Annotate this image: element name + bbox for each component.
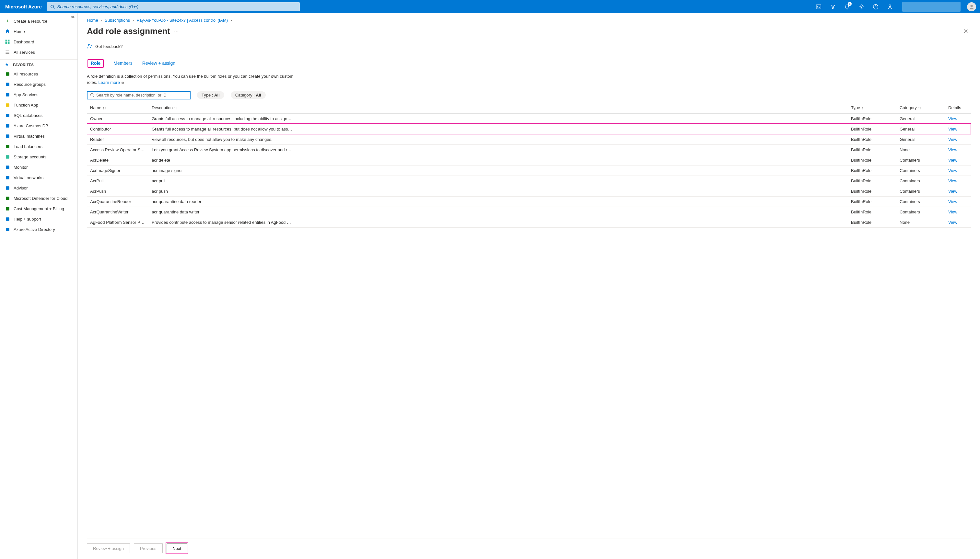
- sidebar-item[interactable]: Virtual networks: [0, 172, 78, 183]
- feedback-icon[interactable]: [884, 0, 896, 13]
- external-icon: ⧉: [121, 81, 124, 84]
- more-actions-button[interactable]: ⋯: [174, 28, 179, 34]
- sidebar-item[interactable]: Function App: [0, 100, 78, 110]
- cell-name: AcrImageSigner: [87, 165, 148, 175]
- nav-icon: [5, 49, 10, 55]
- settings-icon[interactable]: [856, 0, 867, 13]
- cell-name: AgFood Platform Sensor Pa…: [87, 217, 148, 227]
- breadcrumb-item[interactable]: Pay-As-You-Go - Site24x7 | Access contro…: [136, 18, 228, 23]
- table-row[interactable]: ReaderView all resources, but does not a…: [87, 134, 971, 144]
- table-row[interactable]: AcrDeleteacr deleteBuiltInRoleContainers…: [87, 155, 971, 165]
- notifications-icon[interactable]: 1: [841, 0, 853, 13]
- svg-rect-8: [8, 40, 10, 42]
- svg-rect-10: [8, 42, 10, 44]
- view-link[interactable]: View: [948, 179, 957, 183]
- svg-rect-25: [6, 186, 9, 190]
- roles-table-wrap: Name↑↓ Description↑↓ Type↑↓ Category↑↓ D…: [87, 103, 971, 537]
- tab-members[interactable]: Members: [113, 59, 133, 69]
- close-blade-button[interactable]: [960, 26, 971, 36]
- tab-review-assign[interactable]: Review + assign: [142, 59, 176, 69]
- sidebar-item[interactable]: Azure Cosmos DB: [0, 121, 78, 131]
- view-link[interactable]: View: [948, 158, 957, 162]
- sidebar-item[interactable]: Help + support: [0, 214, 78, 224]
- avatar[interactable]: [967, 2, 976, 12]
- cloudshell-icon[interactable]: [813, 0, 824, 13]
- next-button[interactable]: Next: [167, 544, 187, 553]
- breadcrumb-item[interactable]: Home: [87, 18, 98, 23]
- sidebar-item[interactable]: All resources: [0, 69, 78, 79]
- sidebar-item[interactable]: Home: [0, 26, 78, 36]
- cell-type: BuiltInRole: [848, 196, 896, 207]
- cell-description: acr pull: [148, 175, 848, 186]
- table-row[interactable]: ContributorGrants full access to manage …: [87, 124, 971, 134]
- nav-icon: [5, 112, 10, 118]
- svg-rect-19: [6, 124, 9, 127]
- col-description[interactable]: Description↑↓: [148, 103, 848, 114]
- nav-icon: [5, 144, 10, 149]
- feedback-link[interactable]: Got feedback?: [87, 41, 971, 54]
- table-row[interactable]: AcrQuarantineWriteracr quarantine data w…: [87, 207, 971, 217]
- view-link[interactable]: View: [948, 168, 957, 173]
- sidebar-item[interactable]: Virtual machines: [0, 131, 78, 141]
- nav-label: All services: [13, 50, 35, 55]
- type-filter[interactable]: Type : All: [197, 91, 224, 99]
- sidebar-item[interactable]: Load balancers: [0, 141, 78, 152]
- account-area[interactable]: [902, 2, 960, 12]
- table-row[interactable]: AcrImageSigneracr image signerBuiltInRol…: [87, 165, 971, 175]
- sidebar-item[interactable]: Resource groups: [0, 79, 78, 89]
- view-link[interactable]: View: [948, 127, 957, 131]
- svg-rect-7: [5, 40, 7, 42]
- review-assign-button[interactable]: Review + assign: [87, 544, 130, 553]
- view-link[interactable]: View: [948, 189, 957, 194]
- role-search-input[interactable]: [96, 93, 187, 98]
- tab-role[interactable]: Role: [87, 59, 104, 69]
- view-link[interactable]: View: [948, 137, 957, 142]
- table-row[interactable]: Access Review Operator Ser…Lets you gran…: [87, 144, 971, 155]
- col-category[interactable]: Category↑↓: [896, 103, 945, 114]
- sidebar-item[interactable]: Advisor: [0, 183, 78, 193]
- nav-icon: [5, 154, 10, 160]
- sidebar-item[interactable]: Azure Active Directory: [0, 224, 78, 235]
- sidebar-item[interactable]: Microsoft Defender for Cloud: [0, 193, 78, 203]
- view-link[interactable]: View: [948, 199, 957, 204]
- view-link[interactable]: View: [948, 147, 957, 152]
- global-search-input[interactable]: [57, 4, 297, 9]
- svg-rect-29: [6, 228, 9, 231]
- table-row[interactable]: AgFood Platform Sensor Pa…Provides contr…: [87, 217, 971, 227]
- sidebar-item[interactable]: Dashboard: [0, 36, 78, 47]
- filter-icon[interactable]: [827, 0, 839, 13]
- table-row[interactable]: OwnerGrants full access to manage all re…: [87, 113, 971, 124]
- sidebar-item[interactable]: Cost Management + Billing: [0, 203, 78, 214]
- view-link[interactable]: View: [948, 220, 957, 225]
- learn-more-link[interactable]: Learn more ⧉: [98, 80, 123, 85]
- sidebar-item[interactable]: App Services: [0, 89, 78, 100]
- col-name[interactable]: Name↑↓: [87, 103, 148, 114]
- sidebar-item[interactable]: All services: [0, 47, 78, 57]
- cell-name: Access Review Operator Ser…: [87, 144, 148, 155]
- cell-category: General: [896, 134, 945, 144]
- sidebar-item[interactable]: SQL databases: [0, 110, 78, 121]
- svg-rect-17: [6, 103, 9, 107]
- view-link[interactable]: View: [948, 116, 957, 121]
- help-icon[interactable]: [870, 0, 882, 13]
- breadcrumb-item[interactable]: Subscriptions: [104, 18, 130, 23]
- col-type[interactable]: Type↑↓: [848, 103, 896, 114]
- table-row[interactable]: AcrPullacr pullBuiltInRoleContainersView: [87, 175, 971, 186]
- nav-icon: [5, 92, 10, 98]
- sidebar-item[interactable]: Monitor: [0, 162, 78, 172]
- category-filter[interactable]: Category : All: [231, 91, 266, 99]
- nav-icon: [5, 102, 10, 108]
- sidebar-item[interactable]: +Create a resource: [0, 16, 78, 26]
- sidebar-item[interactable]: Storage accounts: [0, 152, 78, 162]
- svg-rect-28: [6, 217, 9, 221]
- previous-button[interactable]: Previous: [134, 544, 163, 553]
- cell-category: None: [896, 217, 945, 227]
- global-search[interactable]: [47, 2, 300, 12]
- view-link[interactable]: View: [948, 210, 957, 214]
- cell-name: Contributor: [87, 124, 148, 134]
- table-row[interactable]: AcrPushacr pushBuiltInRoleContainersView: [87, 186, 971, 196]
- topbar: Microsoft Azure 1: [0, 0, 980, 13]
- table-row[interactable]: AcrQuarantineReaderacr quarantine data r…: [87, 196, 971, 207]
- role-search[interactable]: [87, 91, 191, 99]
- collapse-sidebar-button[interactable]: ≪: [71, 15, 75, 19]
